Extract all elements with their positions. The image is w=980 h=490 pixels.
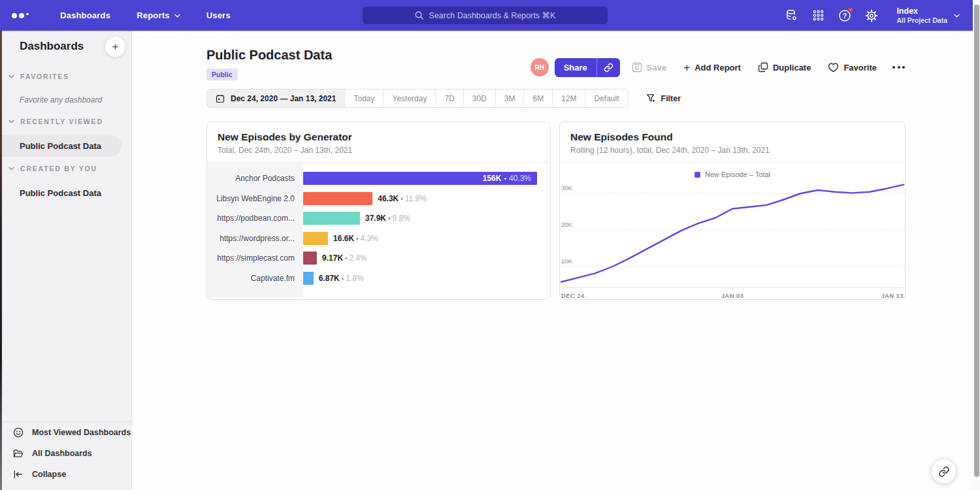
share-link-segment[interactable] xyxy=(597,58,620,77)
save-button[interactable]: Save xyxy=(632,62,666,73)
bar-chart-card: New Episodes by Generator Total, Dec 24t… xyxy=(206,122,551,300)
bar-chart-plot: Anchor Podcasts156K•40.3%Libsyn WebEngin… xyxy=(207,163,550,297)
save-label: Save xyxy=(647,63,666,73)
range-3m[interactable]: 3M xyxy=(496,90,525,107)
y-tick-label: 30K xyxy=(561,184,573,191)
workspace-subtitle: All Project Data xyxy=(896,16,947,25)
section-favorites[interactable]: FAVORITES xyxy=(8,73,69,80)
collapse-sidebar-button[interactable]: Collapse xyxy=(13,470,66,479)
bar-zone: 46.3K•11.9% xyxy=(303,192,550,205)
bar xyxy=(303,192,372,205)
link-icon xyxy=(604,63,613,73)
line-chart-subtitle: Rolling (12 hours), total, Dec 24th, 202… xyxy=(570,146,894,155)
avatar[interactable]: RH xyxy=(531,58,549,76)
svg-text:?: ? xyxy=(843,12,847,19)
bar-chart-header: New Episodes by Generator Total, Dec 24t… xyxy=(207,122,550,163)
page-title: Public Podcast Data xyxy=(206,48,332,63)
share-label: Share xyxy=(555,58,596,77)
link-icon xyxy=(938,466,950,478)
dashboard-actions: RH Share Save + Add Report Duplicate Fav… xyxy=(531,58,905,76)
page-scrollbar xyxy=(973,0,980,490)
new-dashboard-button[interactable]: + xyxy=(105,37,125,57)
sidebar-title: Dashboards xyxy=(20,40,84,53)
range-yesterday[interactable]: Yesterday xyxy=(384,90,436,107)
data-sources-icon[interactable] xyxy=(784,8,798,23)
all-dashboards-button[interactable]: All Dashboards xyxy=(13,449,92,458)
chevron-down-icon xyxy=(8,120,14,123)
legend-label: New Episode – Total xyxy=(705,171,770,178)
sidebar: Dashboards + FAVORITES Favorite any dash… xyxy=(0,31,132,490)
scrollbar-thumb[interactable] xyxy=(974,5,979,477)
sidebar-item-created-dashboard[interactable]: Public Podcast Data xyxy=(0,182,122,204)
workspace-switcher[interactable]: Index All Project Data xyxy=(896,7,960,25)
favorite-label: Favorite xyxy=(843,63,877,73)
bar-zone: 156K•40.3% xyxy=(303,172,550,185)
sidebar-item-recent-dashboard[interactable]: Public Podcast Data xyxy=(0,135,122,157)
most-viewed-dashboards-button[interactable]: Most Viewed Dashboards xyxy=(13,427,131,438)
line-chart-legend: New Episode – Total xyxy=(560,163,905,180)
top-navigation: Dashboards Reports Users Search Dashboar… xyxy=(0,0,973,31)
section-created-by-you[interactable]: CREATED BY YOU xyxy=(8,165,97,172)
plus-icon: + xyxy=(683,62,690,73)
bar-value-label: 156K•40.3% xyxy=(483,172,531,185)
workspace-name: Index xyxy=(896,7,947,16)
nav-item-users[interactable]: Users xyxy=(206,10,231,20)
bar-category-label: Captivate.fm xyxy=(207,274,303,283)
range-30d[interactable]: 30D xyxy=(464,90,496,107)
line-chart-header: New Episodes Found Rolling (12 hours), t… xyxy=(560,122,905,163)
date-range-picker[interactable]: Dec 24, 2020 — Jan 13, 2021 xyxy=(207,90,345,107)
nav-item-reports[interactable]: Reports xyxy=(137,10,180,20)
y-tick-label: 20K xyxy=(561,221,573,228)
heart-icon xyxy=(828,63,839,73)
app-logo[interactable] xyxy=(12,13,34,18)
bar-chart-title: New Episodes by Generator xyxy=(218,131,540,143)
more-options-button[interactable] xyxy=(892,66,905,69)
range-default[interactable]: Default xyxy=(585,90,627,107)
duplicate-label: Duplicate xyxy=(773,63,811,73)
nav-item-dashboards[interactable]: Dashboards xyxy=(60,10,110,20)
range-7d[interactable]: 7D xyxy=(436,90,463,107)
date-toolbar: Dec 24, 2020 — Jan 13, 2021 Today Yester… xyxy=(206,89,681,108)
bar-value-label: 37.9K•9.8% xyxy=(365,214,410,223)
bar-row: Anchor Podcasts156K•40.3% xyxy=(207,169,550,189)
notification-dot xyxy=(848,7,853,12)
bar-category-label: https://simplecast.com xyxy=(207,253,303,263)
chevron-down-icon xyxy=(8,167,14,171)
line-chart-plot: 10K20K30KDEC 24JAN 03JAN 13 xyxy=(560,181,905,300)
legend-swatch xyxy=(694,172,700,178)
folder-icon xyxy=(13,449,24,458)
bar-row: Libsyn WebEngine 2.046.3K•11.9% xyxy=(207,189,550,209)
settings-gear-icon[interactable] xyxy=(864,8,879,23)
range-12m[interactable]: 12M xyxy=(553,90,585,107)
section-recently-viewed[interactable]: RECENTLY VIEWED xyxy=(8,118,103,125)
date-range-label: Dec 24, 2020 — Jan 13, 2021 xyxy=(231,94,336,103)
x-tick-label: JAN 03 xyxy=(721,292,744,299)
range-today[interactable]: Today xyxy=(345,90,384,107)
section-favorites-label: FAVORITES xyxy=(20,73,69,80)
add-report-button[interactable]: + Add Report xyxy=(683,62,741,73)
share-button[interactable]: Share xyxy=(555,58,620,77)
duplicate-button[interactable]: Duplicate xyxy=(758,62,811,73)
favorite-button[interactable]: Favorite xyxy=(828,63,877,73)
bar-zone: 9.17K•2.4% xyxy=(303,252,550,265)
apps-grid-icon[interactable] xyxy=(811,8,825,23)
nav-item-reports-label: Reports xyxy=(137,10,170,20)
help-icon[interactable]: ? xyxy=(838,8,852,23)
public-badge: Public xyxy=(206,69,238,80)
sidebar-footer: Most Viewed Dashboards All Dashboards Co… xyxy=(0,421,131,490)
search-input[interactable]: Search Dashboards & Reports ⌘K xyxy=(363,7,608,24)
range-6m[interactable]: 6M xyxy=(524,90,553,107)
main-content: Public Podcast Data Public RH Share Save… xyxy=(133,31,973,490)
bar-value-label: 9.17K•2.4% xyxy=(322,253,367,263)
line-chart-card: New Episodes Found Rolling (12 hours), t… xyxy=(559,122,906,300)
bar-value-label: 46.3K•11.9% xyxy=(378,194,427,203)
nav-item-users-label: Users xyxy=(206,10,231,20)
collapse-icon xyxy=(13,470,24,479)
bar: 156K•40.3% xyxy=(303,172,537,185)
filter-button[interactable]: Filter xyxy=(646,93,681,103)
date-range-bar: Dec 24, 2020 — Jan 13, 2021 Today Yester… xyxy=(206,89,629,108)
copy-link-fab[interactable] xyxy=(932,459,956,483)
bar-row: https://podbean.com...37.9K•9.8% xyxy=(207,208,550,229)
bar-zone: 6.87K•1.8% xyxy=(303,272,550,285)
smiley-icon xyxy=(13,427,24,438)
